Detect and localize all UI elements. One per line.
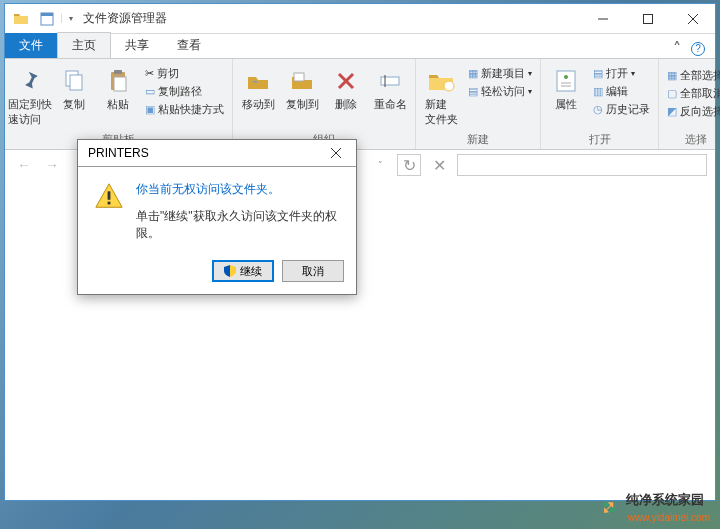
new-folder-icon <box>427 65 455 97</box>
easy-access-button[interactable]: ▤轻松访问▾ <box>464 83 536 100</box>
titlebar: ▾ 文件资源管理器 <box>5 4 715 34</box>
ribbon-collapse-icon[interactable]: ˄ <box>673 39 681 58</box>
chevron-down-icon: ▾ <box>528 87 532 96</box>
svg-rect-10 <box>114 77 126 91</box>
copy-icon <box>62 65 86 97</box>
pin-icon <box>18 65 42 97</box>
shortcut-icon: ▣ <box>145 103 155 116</box>
ribbon: 固定到快 速访问 复制 粘贴 ✂剪切 ▭复制路径 ▣ <box>5 58 715 150</box>
edit-icon: ▥ <box>593 85 603 98</box>
svg-rect-9 <box>114 70 122 74</box>
paste-icon <box>106 65 130 97</box>
maximize-button[interactable] <box>625 4 670 34</box>
selectnone-icon: ▢ <box>667 87 677 100</box>
group-clipboard: 固定到快 速访问 复制 粘贴 ✂剪切 ▭复制路径 ▣ <box>5 59 233 149</box>
new-group-label: 新建 <box>420 132 536 149</box>
permission-dialog: PRINTERS 你当前无权访问该文件夹。 单击"继续"获取永久访问该文件夹的权… <box>77 139 357 295</box>
paste-label: 粘贴 <box>107 97 129 112</box>
rename-button[interactable]: 重命名 <box>369 61 411 112</box>
tab-share[interactable]: 共享 <box>111 33 163 58</box>
paste-shortcut-button[interactable]: ▣粘贴快捷方式 <box>141 101 228 118</box>
invert-selection-button[interactable]: ◩反向选择 <box>663 103 720 120</box>
move-to-button[interactable]: 移动到 <box>237 61 279 112</box>
select-all-button[interactable]: ▦全部选择 <box>663 67 720 84</box>
new-item-button[interactable]: ▦新建项目▾ <box>464 65 536 82</box>
search-input[interactable] <box>457 154 707 176</box>
forward-button[interactable]: → <box>41 157 63 173</box>
watermark-logo-icon <box>598 497 620 519</box>
dialog-main-text: 你当前无权访问该文件夹。 <box>136 181 340 198</box>
close-button[interactable] <box>670 4 715 34</box>
back-button[interactable]: ← <box>13 157 35 173</box>
scissors-icon: ✂ <box>145 67 154 80</box>
svg-rect-24 <box>108 202 111 205</box>
svg-rect-1 <box>41 13 53 16</box>
svg-point-18 <box>564 75 568 79</box>
svg-point-16 <box>444 81 454 91</box>
quick-access-toolbar: ▾ <box>5 7 77 31</box>
watermark: 纯净系统家园 www.yidaimei.com <box>598 491 710 524</box>
select-group-label: 选择 <box>663 132 720 149</box>
tab-file[interactable]: 文件 <box>5 33 57 58</box>
move-icon <box>246 65 270 97</box>
minimize-button[interactable] <box>580 4 625 34</box>
open-group-label: 打开 <box>545 132 654 149</box>
copy-label: 复制 <box>63 97 85 112</box>
easy-access-icon: ▤ <box>468 85 478 98</box>
svg-rect-14 <box>381 77 399 85</box>
group-open: 属性 ▤打开▾ ▥编辑 ◷历史记录 打开 <box>541 59 659 149</box>
copyto-icon <box>290 65 314 97</box>
edit-button[interactable]: ▥编辑 <box>589 83 654 100</box>
properties-button[interactable]: 属性 <box>545 61 587 112</box>
warning-icon <box>94 181 124 211</box>
svg-rect-11 <box>294 73 304 81</box>
path-icon: ▭ <box>145 85 155 98</box>
continue-label: 继续 <box>240 264 262 279</box>
cancel-button[interactable]: 取消 <box>282 260 344 282</box>
refresh-button[interactable]: ↻ <box>397 154 421 176</box>
history-button[interactable]: ◷历史记录 <box>589 101 654 118</box>
dialog-sub-text: 单击"继续"获取永久访问该文件夹的权限。 <box>136 208 340 242</box>
dialog-close-button[interactable] <box>316 140 356 167</box>
watermark-text: 纯净系统家园 <box>626 492 704 507</box>
qat-dropdown-icon[interactable]: ▾ <box>61 14 77 23</box>
copy-path-button[interactable]: ▭复制路径 <box>141 83 228 100</box>
copy-button[interactable]: 复制 <box>53 61 95 112</box>
delete-icon <box>336 65 356 97</box>
ribbon-tabs: 文件 主页 共享 查看 ˄ ? <box>5 34 715 58</box>
new-item-icon: ▦ <box>468 67 478 80</box>
svg-rect-3 <box>643 14 652 23</box>
new-folder-button[interactable]: 新建 文件夹 <box>420 61 462 127</box>
svg-rect-23 <box>108 191 111 199</box>
window-title: 文件资源管理器 <box>83 10 167 27</box>
stop-button[interactable]: ✕ <box>427 156 451 175</box>
chevron-down-icon: ▾ <box>528 69 532 78</box>
select-none-button[interactable]: ▢全部取消 <box>663 85 720 102</box>
chevron-down-icon: ▾ <box>631 69 635 78</box>
uac-shield-icon <box>224 265 236 277</box>
cut-button[interactable]: ✂剪切 <box>141 65 228 82</box>
watermark-url: www.yidaimei.com <box>628 512 710 523</box>
open-button[interactable]: ▤打开▾ <box>589 65 654 82</box>
pin-button[interactable]: 固定到快 速访问 <box>9 61 51 127</box>
dialog-titlebar: PRINTERS <box>78 140 356 167</box>
tab-view[interactable]: 查看 <box>163 33 215 58</box>
invert-icon: ◩ <box>667 105 677 118</box>
rename-icon <box>378 65 402 97</box>
group-new: 新建 文件夹 ▦新建项目▾ ▤轻松访问▾ 新建 <box>416 59 541 149</box>
dialog-title: PRINTERS <box>88 146 149 160</box>
cancel-label: 取消 <box>302 264 324 279</box>
paste-button[interactable]: 粘贴 <box>97 61 139 112</box>
history-icon: ◷ <box>593 103 603 116</box>
group-organize: 移动到 复制到 删除 重命名 组织 <box>233 59 416 149</box>
window-controls <box>580 4 715 34</box>
delete-button[interactable]: 删除 <box>325 61 367 112</box>
continue-button[interactable]: 继续 <box>212 260 274 282</box>
properties-qat-icon[interactable] <box>35 7 59 31</box>
selectall-icon: ▦ <box>667 69 677 82</box>
pin-label: 固定到快 速访问 <box>8 97 52 127</box>
copy-to-button[interactable]: 复制到 <box>281 61 323 112</box>
address-dropdown-icon[interactable]: ˅ <box>369 160 391 170</box>
tab-home[interactable]: 主页 <box>57 32 111 59</box>
help-icon[interactable]: ? <box>691 42 705 56</box>
